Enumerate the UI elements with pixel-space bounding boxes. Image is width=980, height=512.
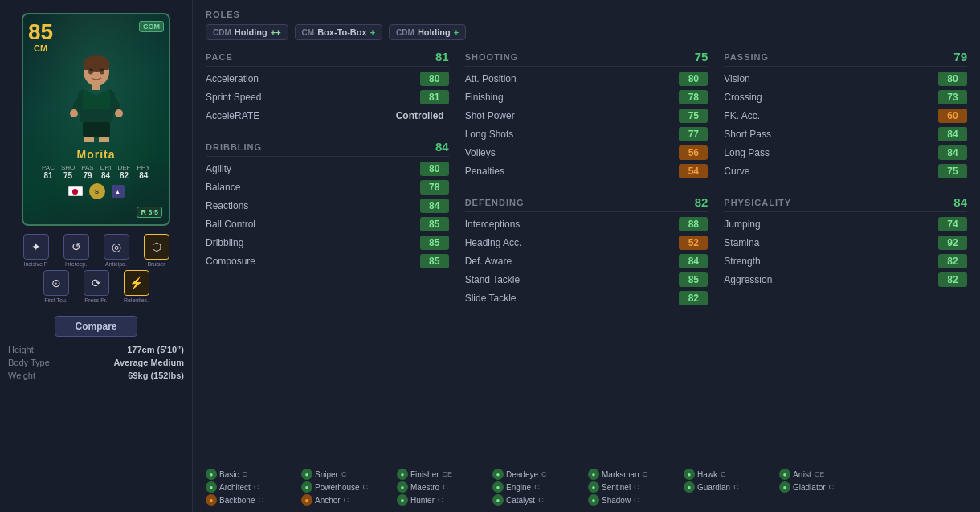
playstyle-first-tou: ⊙ First Tou. — [39, 270, 74, 303]
anticipa-icon: ◎ — [104, 234, 129, 260]
chem-basic-icon: ● — [206, 469, 217, 480]
defending-name: DEFENDING — [465, 198, 525, 207]
stat-short-pass: Short Pass 84 — [724, 127, 967, 141]
bio-body-label: Body Type — [8, 358, 50, 367]
intercept-icon: ↺ — [63, 234, 89, 260]
playstyle-press-pr: ⟳ Press Pr. — [79, 270, 114, 303]
passing-total: 79 — [953, 50, 967, 63]
stat-mini-def: DEF 82 — [117, 164, 130, 180]
bio-height-value: 177cm (5'10") — [127, 345, 184, 354]
stat-jumping: Jumping 74 — [724, 217, 967, 231]
chem-finisher: ● Finisher CE — [397, 469, 489, 480]
stat-balance: Balance 78 — [206, 180, 449, 195]
stat-stand-tackle: Stand Tackle 85 — [465, 272, 708, 287]
chemstyle-table: ● Basic C ● Sniper C ● Finisher CE ● Dea… — [206, 469, 967, 506]
bio-body: Body Type Average Medium — [8, 358, 184, 367]
player-card: 85 CM COM — [22, 13, 170, 226]
stat-strength: Strength 82 — [724, 254, 967, 268]
chem-deadeye: ● Deadeye C — [492, 469, 585, 480]
version-badge: R 3·5 — [137, 207, 162, 218]
stat-mini-sho: SHO 75 — [61, 164, 75, 180]
passing-name: PASSING — [724, 52, 769, 62]
shooting-total: 75 — [695, 50, 708, 63]
chem-sentinel: ● Sentinel C — [588, 481, 680, 493]
card-name: Morita — [77, 148, 116, 161]
card-flags-row: S ▲ — [68, 183, 125, 199]
chem-sniper-icon: ● — [301, 469, 312, 480]
chem-marksman-icon: ● — [588, 469, 599, 480]
stat-volleys: Volleys 56 — [465, 145, 708, 160]
roles-title: ROLES — [206, 10, 967, 19]
dribbling-total: 84 — [435, 140, 449, 154]
svg-rect-9 — [99, 137, 109, 142]
svg-point-3 — [88, 69, 93, 75]
chem-catalyst-icon: ● — [492, 494, 504, 506]
stat-curve: Curve 75 — [724, 164, 967, 178]
stat-fk-acc: FK. Acc. 60 — [724, 109, 967, 123]
shooting-header: SHOOTING 75 — [465, 50, 708, 67]
chem-basic: ● Basic C — [206, 469, 298, 480]
chem-catalyst: ● Catalyst C — [492, 494, 585, 506]
chem-powerhouse: ● Powerhouse C — [301, 481, 394, 493]
com-badge: COM — [139, 21, 164, 32]
right-panel: ROLES CDM Holding ++ CM Box-To-Box + CDM… — [193, 0, 980, 512]
stat-dribbling: Dribbling 85 — [206, 236, 449, 250]
shooting-name: SHOOTING — [465, 52, 519, 62]
chem-powerhouse-icon: ● — [301, 481, 312, 493]
stat-mini-pac: PAC 81 — [42, 164, 55, 180]
stat-reactions: Reactions 84 — [206, 199, 449, 213]
stats-grid: PACE 81 Acceleration 80 Sprint Speed 81 … — [206, 50, 967, 452]
pace-name: PACE — [206, 52, 233, 62]
playstyle-relentles: ⚡ Relentles. — [119, 270, 154, 303]
stat-acceleration: Acceleration 80 — [206, 72, 449, 86]
chem-backbone-icon: ● — [206, 494, 217, 506]
stat-shot-power: Shot Power 75 — [465, 109, 708, 123]
chem-artist-icon: ● — [779, 469, 790, 480]
stat-mini-pas: PAS 79 — [81, 164, 93, 180]
svg-point-5 — [70, 109, 78, 117]
playstyles-section: ✦ Incisive P ↺ Intercep. ◎ Anticipa. ⬡ B… — [8, 234, 184, 306]
chem-hawk: ● Hawk C — [684, 469, 776, 480]
playstyles-row-1: ✦ Incisive P ↺ Intercep. ◎ Anticipa. ⬡ B… — [8, 234, 184, 267]
chem-gladiator: ● Gladiator C — [779, 481, 872, 493]
chem-guardian: ● Guardian C — [684, 481, 776, 493]
compare-button[interactable]: Compare — [55, 316, 137, 337]
playstyle-anticipa: ◎ Anticipa. — [99, 234, 134, 267]
card-rating: 85 — [28, 21, 53, 43]
card-top-right: COM — [139, 21, 164, 53]
stat-finishing: Finishing 78 — [465, 90, 708, 104]
league-badge: ▲ — [112, 185, 125, 198]
chem-sentinel-icon: ● — [588, 481, 599, 493]
chem-maestro-icon: ● — [397, 481, 408, 493]
role-badge-0: CDM Holding ++ — [206, 24, 288, 40]
passing-header: PASSING 79 — [724, 50, 967, 67]
chem-sniper: ● Sniper C — [301, 469, 394, 480]
bruiser-icon: ⬡ — [144, 234, 169, 260]
chem-architect-icon: ● — [206, 481, 217, 493]
relentles-icon: ⚡ — [124, 270, 149, 296]
chem-engine: ● Engine C — [492, 481, 585, 493]
dribbling-header: DRIBBLING 84 — [206, 140, 449, 157]
pace-category: PACE 81 Acceleration 80 Sprint Speed 81 … — [206, 50, 449, 452]
playstyles-row-2: ⊙ First Tou. ⟳ Press Pr. ⚡ Relentles. — [8, 270, 184, 303]
chem-shadow: ● Shadow C — [588, 494, 680, 506]
stat-slide-tackle: Slide Tackle 82 — [465, 291, 708, 305]
stat-crossing: Crossing 73 — [724, 90, 967, 104]
chem-architect: ● Architect C — [206, 481, 298, 493]
chem-anchor: ● Anchor C — [301, 494, 394, 506]
roles-badges: CDM Holding ++ CM Box-To-Box + CDM Holdi… — [206, 24, 967, 40]
shooting-category: SHOOTING 75 Att. Position 80 Finishing 7… — [465, 50, 708, 452]
chem-guardian-icon: ● — [684, 481, 695, 493]
bio-weight-label: Weight — [8, 371, 35, 380]
stat-interceptions: Interceptions 88 — [465, 217, 708, 231]
chem-engine-icon: ● — [492, 481, 504, 493]
chem-finisher-icon: ● — [397, 469, 408, 480]
stat-sprint-speed: Sprint Speed 81 — [206, 90, 449, 104]
bio-weight-value: 69kg (152lbs) — [128, 371, 184, 380]
chem-anchor-icon: ● — [301, 494, 312, 506]
first-tou-icon: ⊙ — [43, 270, 69, 296]
chem-marksman: ● Marksman C — [588, 469, 680, 480]
bio-height: Height 177cm (5'10") — [8, 345, 184, 354]
roles-section: ROLES CDM Holding ++ CM Box-To-Box + CDM… — [206, 10, 967, 40]
defending-header: DEFENDING 82 — [465, 195, 708, 212]
